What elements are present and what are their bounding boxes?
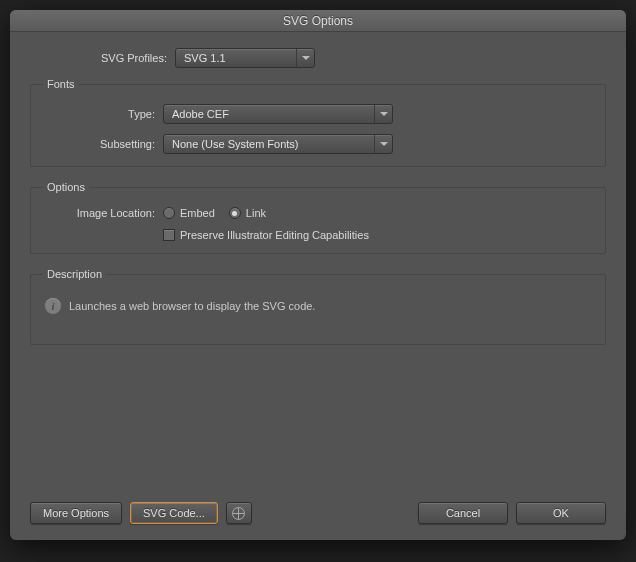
font-type-label: Type: — [43, 108, 163, 120]
more-options-button[interactable]: More Options — [30, 502, 122, 524]
globe-icon — [232, 507, 245, 520]
svg-profiles-value: SVG 1.1 — [184, 52, 226, 64]
radio-icon — [229, 207, 241, 219]
window-title: SVG Options — [10, 10, 626, 32]
image-location-label: Image Location: — [43, 207, 163, 219]
fonts-legend: Fonts — [43, 78, 79, 90]
svg-options-dialog: SVG Options SVG Profiles: SVG 1.1 Fonts … — [10, 10, 626, 540]
more-options-label: More Options — [43, 507, 109, 519]
font-subsetting-label: Subsetting: — [43, 138, 163, 150]
info-icon: i — [45, 298, 61, 314]
font-subsetting-value: None (Use System Fonts) — [172, 138, 299, 150]
font-type-value: Adobe CEF — [172, 108, 229, 120]
embed-label: Embed — [180, 207, 215, 219]
dialog-content: SVG Profiles: SVG 1.1 Fonts Type: Adobe … — [10, 32, 626, 540]
options-group: Options Image Location: Embed Link Prese… — [30, 181, 606, 254]
chevron-down-icon — [374, 105, 392, 123]
link-label: Link — [246, 207, 266, 219]
font-subsetting-select[interactable]: None (Use System Fonts) — [163, 134, 393, 154]
fonts-group: Fonts Type: Adobe CEF Subsetting: None (… — [30, 78, 606, 167]
chevron-down-icon — [296, 49, 314, 67]
preserve-editing-label: Preserve Illustrator Editing Capabilitie… — [180, 229, 369, 241]
embed-radio[interactable]: Embed — [163, 207, 215, 219]
description-group: Description i Launches a web browser to … — [30, 268, 606, 345]
description-text: Launches a web browser to display the SV… — [69, 300, 315, 312]
svg-profiles-select[interactable]: SVG 1.1 — [175, 48, 315, 68]
dialog-button-row: More Options SVG Code... Cancel OK — [30, 502, 606, 524]
chevron-down-icon — [374, 135, 392, 153]
preserve-editing-checkbox[interactable]: Preserve Illustrator Editing Capabilitie… — [163, 229, 369, 241]
link-radio[interactable]: Link — [229, 207, 266, 219]
svg-profiles-label: SVG Profiles: — [30, 52, 175, 64]
radio-icon — [163, 207, 175, 219]
ok-label: OK — [553, 507, 569, 519]
cancel-button[interactable]: Cancel — [418, 502, 508, 524]
font-type-select[interactable]: Adobe CEF — [163, 104, 393, 124]
svg-profiles-row: SVG Profiles: SVG 1.1 — [30, 48, 606, 68]
options-legend: Options — [43, 181, 89, 193]
cancel-label: Cancel — [446, 507, 480, 519]
description-legend: Description — [43, 268, 106, 280]
web-preview-button[interactable] — [226, 502, 252, 524]
svg-code-label: SVG Code... — [143, 507, 205, 519]
checkbox-icon — [163, 229, 175, 241]
svg-code-button[interactable]: SVG Code... — [130, 502, 218, 524]
ok-button[interactable]: OK — [516, 502, 606, 524]
